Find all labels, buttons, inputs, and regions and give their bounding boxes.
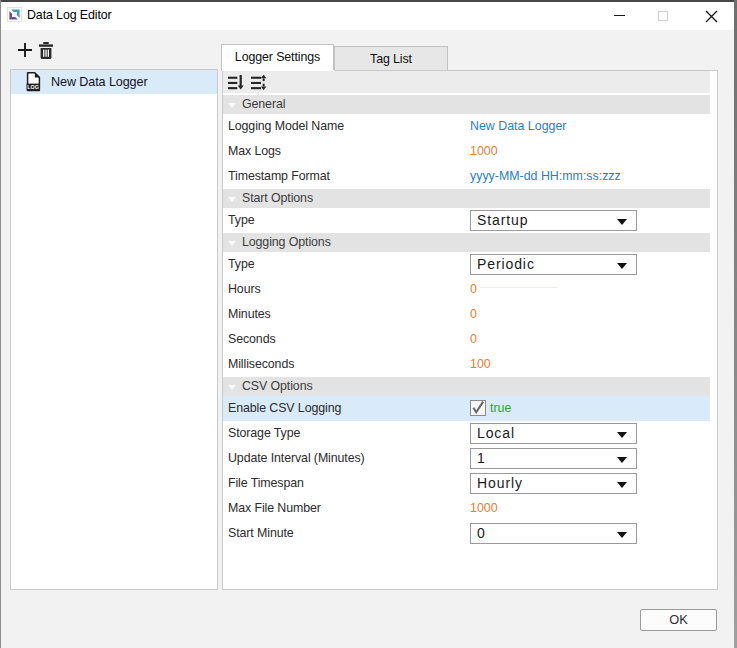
svg-text:LOG: LOG <box>27 84 39 90</box>
